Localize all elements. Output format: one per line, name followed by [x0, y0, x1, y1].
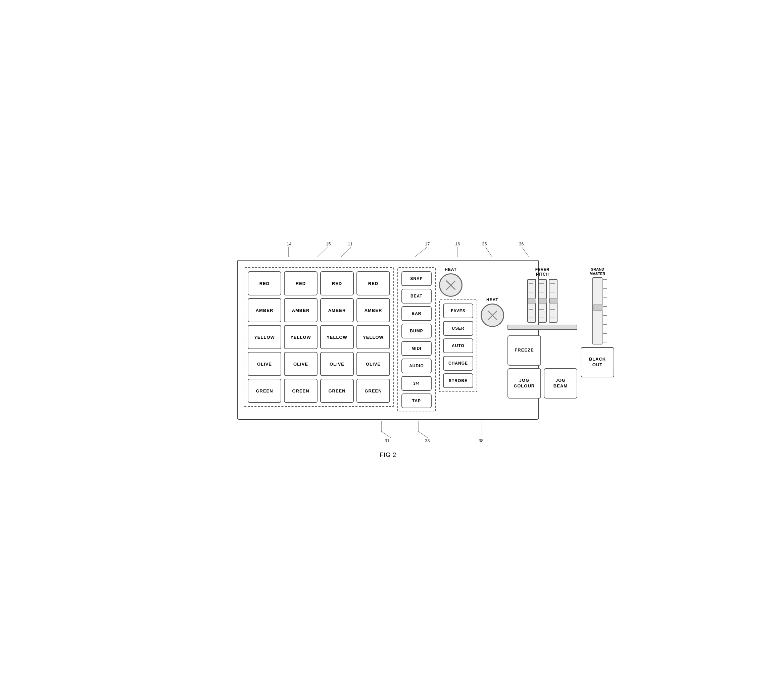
svg-line-5: [485, 247, 492, 257]
fader-1: [527, 279, 536, 323]
ref-33: 33: [425, 438, 430, 443]
diagram-container: 14 15 11 17 16 35 36 RED RED RED: [237, 242, 539, 458]
fader-3-track[interactable]: [549, 279, 558, 323]
btn-yellow-2[interactable]: YELLOW: [284, 325, 318, 349]
btn-amber-1[interactable]: AMBER: [248, 298, 281, 322]
fig-label: FIG 2: [237, 452, 539, 458]
btn-tap[interactable]: TAP: [401, 393, 431, 408]
fader-3: [549, 279, 558, 323]
fever-pitch-section: FEVERPITCH: [508, 267, 577, 398]
right-main: SNAP BEAT BAR BUMP MIDI AUDIO 3/4 TAP HE: [397, 267, 614, 412]
jog-row: JOGCOLOUR JOGBEAM: [508, 368, 577, 398]
svg-line-3: [415, 247, 428, 257]
ref-38: 38: [479, 438, 483, 443]
svg-line-8: [381, 432, 391, 438]
btn-olive-2[interactable]: OLIVE: [284, 352, 318, 376]
knob-heat-1-label: HEAT: [445, 267, 457, 272]
btn-red-3[interactable]: RED: [320, 271, 354, 295]
btn-green-2[interactable]: GREEN: [284, 379, 318, 403]
fader-1-handle[interactable]: [528, 298, 536, 303]
btn-yellow-3[interactable]: YELLOW: [320, 325, 354, 349]
btn-green-3[interactable]: GREEN: [320, 379, 354, 403]
grand-master-ticks: [603, 278, 607, 344]
fever-pitch-base: [508, 325, 577, 330]
btn-red-1[interactable]: RED: [248, 271, 281, 295]
knob-dashed-column: HEAT FAVES USER AUTO CHANGE STROBE: [439, 267, 477, 392]
ref-31: 31: [385, 438, 389, 443]
color-row-olive: OLIVE OLIVE OLIVE OLIVE: [248, 352, 390, 376]
btn-green-1[interactable]: GREEN: [248, 379, 281, 403]
fever-pitch-faders: [527, 279, 558, 323]
left-section: RED RED RED RED AMBER AMBER AMBER AMBER …: [244, 267, 394, 407]
fader-2: [538, 279, 547, 323]
fader-2-handle[interactable]: [539, 298, 547, 303]
knob-heat-1-control[interactable]: [439, 273, 463, 297]
grand-master-track[interactable]: [593, 277, 603, 345]
outer-box: RED RED RED RED AMBER AMBER AMBER AMBER …: [237, 260, 539, 420]
btn-strobe[interactable]: STROBE: [443, 373, 473, 388]
grand-master-handle[interactable]: [593, 305, 603, 310]
ref-arrows-svg: [237, 242, 539, 258]
btn-34[interactable]: 3/4: [401, 376, 431, 391]
svg-line-1: [318, 247, 328, 257]
fader-1-track[interactable]: [527, 279, 536, 323]
knob-heat-2-cross: [482, 305, 503, 326]
svg-line-10: [418, 432, 428, 438]
btn-amber-3[interactable]: AMBER: [320, 298, 354, 322]
fader-2-track[interactable]: [538, 279, 547, 323]
color-row-green: GREEN GREEN GREEN GREEN: [248, 379, 390, 403]
top-refs: 14 15 11 17 16 35 36: [237, 242, 539, 258]
btn-amber-2[interactable]: AMBER: [284, 298, 318, 322]
btn-amber-4[interactable]: AMBER: [356, 298, 390, 322]
blackout-grandmaster-col: GRANDMASTER: [581, 267, 614, 377]
knob-heat-2-column: HEAT: [481, 267, 504, 327]
btn-user[interactable]: USER: [443, 321, 473, 336]
btn-red-2[interactable]: RED: [284, 271, 318, 295]
btn-olive-1[interactable]: OLIVE: [248, 352, 281, 376]
btn-beat[interactable]: BEAT: [401, 289, 431, 303]
btn-auto[interactable]: AUTO: [443, 338, 473, 353]
btn-change[interactable]: CHANGE: [443, 356, 473, 371]
knob-heat-2: HEAT: [481, 297, 504, 327]
btn-faves[interactable]: FAVES: [443, 303, 473, 318]
btn-yellow-4[interactable]: YELLOW: [356, 325, 390, 349]
grand-master-label: GRANDMASTER: [590, 267, 605, 276]
fader-3-handle[interactable]: [550, 298, 558, 303]
btn-green-4[interactable]: GREEN: [356, 379, 390, 403]
color-row-amber: AMBER AMBER AMBER AMBER: [248, 298, 390, 322]
btn-audio[interactable]: AUDIO: [401, 358, 431, 373]
bottom-refs: 31 33 38: [237, 421, 539, 442]
color-row-yellow: YELLOW YELLOW YELLOW YELLOW: [248, 325, 390, 349]
btn-olive-3[interactable]: OLIVE: [320, 352, 354, 376]
btn-olive-4[interactable]: OLIVE: [356, 352, 390, 376]
fever-pitch-label: FEVERPITCH: [535, 267, 550, 277]
btn-freeze[interactable]: FREEZE: [508, 335, 541, 366]
btn-midi[interactable]: MIDI: [401, 341, 431, 356]
btn-snap[interactable]: SNAP: [401, 271, 431, 286]
btn-red-4[interactable]: RED: [356, 271, 390, 295]
btn-blackout[interactable]: BLACKOUT: [581, 347, 614, 377]
btn-jog-beam[interactable]: JOGBEAM: [544, 368, 577, 398]
big-buttons-col: FREEZE JOGCOLOUR JOGBEAM: [508, 335, 577, 398]
btn-yellow-1[interactable]: YELLOW: [248, 325, 281, 349]
btn-jog-colour[interactable]: JOGCOLOUR: [508, 368, 541, 398]
color-row-red: RED RED RED RED: [248, 271, 390, 295]
grand-master-fader: GRANDMASTER: [590, 267, 605, 345]
svg-line-2: [341, 247, 351, 257]
knob-heat-1: HEAT: [439, 267, 463, 297]
knob-heat-2-label: HEAT: [486, 297, 498, 302]
second-dashed-section: FAVES USER AUTO CHANGE STROBE: [439, 300, 477, 392]
svg-line-6: [521, 247, 529, 257]
knobs-row: HEAT: [439, 267, 477, 297]
middle-section: SNAP BEAT BAR BUMP MIDI AUDIO 3/4 TAP: [397, 267, 436, 412]
btn-bar[interactable]: BAR: [401, 306, 431, 321]
main-layout: RED RED RED RED AMBER AMBER AMBER AMBER …: [244, 267, 532, 412]
knob-heat-2-control[interactable]: [481, 303, 504, 327]
knob-heat-1-cross: [440, 274, 461, 296]
btn-bump[interactable]: BUMP: [401, 323, 431, 338]
